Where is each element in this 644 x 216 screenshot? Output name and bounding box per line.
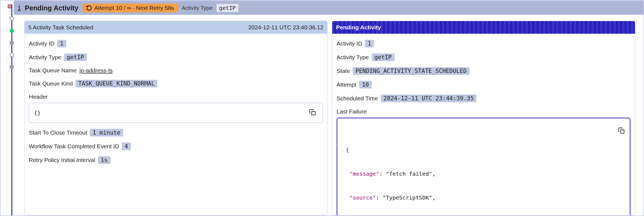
timeline-node[interactable] xyxy=(10,53,14,57)
wf-task-completed-label: Workflow Task Completed Event ID xyxy=(29,143,119,150)
activity-id-value: 1 xyxy=(57,40,66,47)
scheduled-card-timestamp: 2024-12-11 UTC 23:40:36.12 xyxy=(248,24,323,31)
json-line: "source": "TypeScriptSDK", xyxy=(342,194,625,202)
start-to-close-label: Start To Close Timeout xyxy=(29,129,87,136)
timeline-node-active[interactable] xyxy=(8,4,12,8)
wf-task-completed-value: 4 xyxy=(122,143,131,150)
task-queue-kind-label: Task Queue Kind xyxy=(29,80,73,87)
copy-button[interactable] xyxy=(602,122,626,141)
header-label: Header xyxy=(29,93,48,100)
retry-badge: Attempt 10 / ∞ · Next Retry 58s xyxy=(82,4,178,12)
retry-badge-text: Attempt 10 / ∞ · Next Retry 58s xyxy=(94,5,174,11)
activity-id-label: Activity ID xyxy=(29,40,54,47)
pending-card: Pending Activity Activity ID 1 Activity … xyxy=(332,21,635,215)
scheduled-card-title: 5 Activity Task Scheduled xyxy=(28,24,93,31)
copy-icon xyxy=(309,109,317,116)
activity-type-label: Activity Type xyxy=(182,5,213,11)
timeline-node[interactable] xyxy=(10,41,14,45)
copy-button[interactable] xyxy=(308,107,318,118)
scheduled-time-value: 2024-12-11 UTC 23:44:39.35 xyxy=(381,95,477,102)
scheduled-card: 5 Activity Task Scheduled 2024-12-11 UTC… xyxy=(24,21,327,215)
caret-icon[interactable]: › xyxy=(340,149,346,152)
last-failure-json-box: ›{ "message": "fetch failed", "source": … xyxy=(337,118,631,215)
activity-type-value: getIP xyxy=(372,53,395,61)
json-line: "message": "fetch failed", xyxy=(342,170,625,178)
timeline-node-success[interactable] xyxy=(10,29,14,33)
timeline-gutter xyxy=(1,1,14,215)
event-index[interactable]: 1 xyxy=(18,4,21,12)
svg-rect-1 xyxy=(621,130,624,133)
start-to-close-value: 1 minute xyxy=(90,129,123,137)
event-title: Pending Activity xyxy=(25,4,78,12)
retry-icon xyxy=(86,5,92,11)
activity-type-value: getIP xyxy=(216,4,238,12)
activity-type-label: Activity Type xyxy=(29,54,61,61)
task-queue-name-link[interactable]: ip-address-ts xyxy=(79,67,113,74)
scheduled-card-header[interactable]: 5 Activity Task Scheduled 2024-12-11 UTC… xyxy=(24,21,327,34)
task-queue-kind-value: TASK_QUEUE_KIND_NORMAL xyxy=(76,80,157,87)
timeline-connector-solid xyxy=(11,4,12,215)
pending-card-title: Pending Activity xyxy=(336,24,381,31)
attempt-label: Attempt xyxy=(337,81,356,88)
copy-icon xyxy=(618,127,625,135)
pending-card-header[interactable]: Pending Activity xyxy=(332,21,635,34)
activity-type-label: Activity Type xyxy=(337,54,369,61)
timeline-node[interactable] xyxy=(10,16,14,21)
task-queue-name-label: Task Queue Name xyxy=(29,67,77,74)
state-label: State xyxy=(337,68,350,74)
last-failure-label: Last Failure xyxy=(337,108,367,115)
json-line: ›{ xyxy=(342,146,625,154)
state-value: PENDING_ACTIVITY_STATE_SCHEDULED xyxy=(353,67,470,75)
activity-type-value: getIP xyxy=(64,53,87,61)
retry-policy-label: Retry Policy Initial Interval xyxy=(29,157,95,163)
attempt-value: 10 xyxy=(359,81,371,89)
header-value-box: {} xyxy=(29,103,323,123)
activity-id-value: 1 xyxy=(365,40,374,47)
retry-policy-value: 1s xyxy=(98,156,110,164)
timeline-node[interactable] xyxy=(10,65,14,69)
svg-rect-0 xyxy=(312,112,315,115)
activity-id-label: Activity ID xyxy=(337,40,362,47)
header-value-text: {} xyxy=(34,110,41,116)
event-header: 1 Pending Activity Attempt 10 / ∞ · Next… xyxy=(14,1,643,15)
scheduled-time-label: Scheduled Time xyxy=(337,95,378,102)
